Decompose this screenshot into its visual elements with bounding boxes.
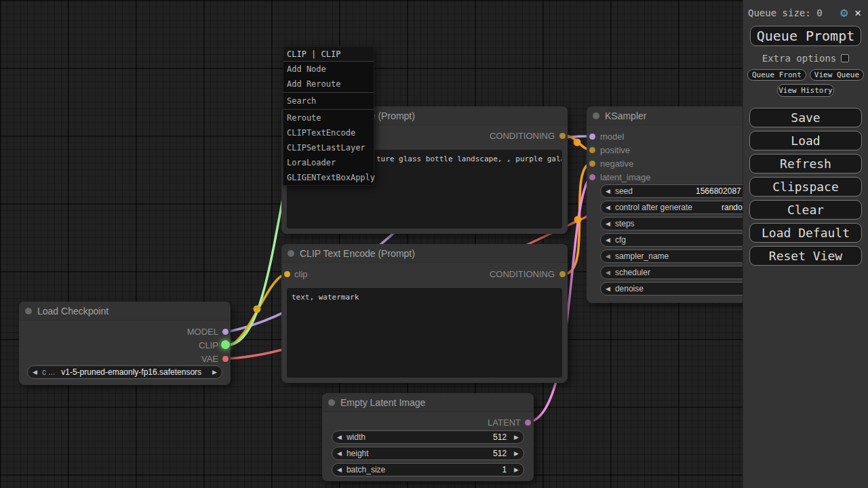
output-label-model: MODEL <box>187 327 218 337</box>
widget-label: scheduler <box>615 268 650 277</box>
widget-value: v1-5-pruned-emaonly-fp16.safetensors <box>55 367 208 377</box>
menu-separator <box>283 92 374 93</box>
extra-options-label: Extra options <box>762 53 837 64</box>
widget-label: height <box>347 449 369 458</box>
input-label-model: model <box>600 131 624 142</box>
arrow-left-icon[interactable]: ◀ <box>601 282 615 296</box>
menu-item-clipsetlastlayer[interactable]: CLIPSetLastLayer <box>283 140 374 155</box>
arrow-right-icon[interactable]: ▶ <box>509 430 524 444</box>
output-slot-conditioning[interactable] <box>559 133 566 139</box>
width-number-widget[interactable]: ◀ width 512 ▶ <box>332 430 524 444</box>
queue-menu-panel: Queue size: 0 ⚙ ✕ Queue Prompt Extra opt… <box>743 0 868 488</box>
ckpt-name-combo-widget[interactable]: ◀ c ... v1-5-pruned-emaonly-fp16.safeten… <box>27 365 222 379</box>
widget-label: steps <box>615 219 635 228</box>
widget-label: width <box>347 432 366 442</box>
load-button[interactable]: Load <box>749 131 862 150</box>
node-title-bar[interactable]: Empty Latent Image <box>322 393 534 412</box>
widget-value: 512 <box>493 449 509 458</box>
output-slot-latent[interactable] <box>525 420 531 426</box>
input-slot-model[interactable] <box>589 134 595 140</box>
node-title-label: KSampler <box>605 110 646 121</box>
height-number-widget[interactable]: ◀ height 512 ▶ <box>332 447 524 460</box>
node-title-bar[interactable]: CLIP Text Encode (Prompt) <box>281 244 568 263</box>
prompt-textarea[interactable]: text, watermark <box>287 288 562 378</box>
menu-separator <box>283 109 374 110</box>
menu-item-reroute[interactable]: Reroute <box>283 110 374 125</box>
widget-label: sampler_name <box>615 251 669 261</box>
arrow-right-icon[interactable]: ▶ <box>509 463 524 476</box>
node-collapse-dot-icon[interactable] <box>288 250 294 257</box>
node-collapse-dot-icon[interactable] <box>328 399 335 406</box>
node-title-label: CLIP Text Encode (Prompt) <box>300 248 415 259</box>
settings-gear-icon[interactable]: ⚙ <box>840 6 848 19</box>
wire-midpoint-dot[interactable] <box>574 216 582 224</box>
comfyui-app: Load Checkpoint MODEL CLIP VAE ◀ c ... v… <box>0 0 868 488</box>
close-icon[interactable]: ✕ <box>854 6 861 19</box>
input-label-latent-image: latent_image <box>600 172 650 182</box>
input-slot-negative[interactable] <box>589 161 595 167</box>
widget-value: 1 <box>502 465 509 474</box>
output-label-conditioning: CONDITIONING <box>490 269 555 279</box>
reset-view-button[interactable]: Reset View <box>749 246 862 266</box>
arrow-right-icon[interactable]: ▶ <box>208 365 222 379</box>
view-queue-button[interactable]: View Queue <box>810 69 864 81</box>
arrow-left-icon[interactable]: ◀ <box>28 365 42 379</box>
refresh-button[interactable]: Refresh <box>749 154 862 174</box>
node-collapse-dot-icon[interactable] <box>593 113 599 119</box>
arrow-left-icon[interactable]: ◀ <box>332 463 347 476</box>
widget-label: denoise <box>615 284 644 293</box>
output-label-latent: LATENT <box>488 418 521 428</box>
load-default-button[interactable]: Load Default <box>749 223 862 243</box>
arrow-left-icon[interactable]: ◀ <box>332 447 347 460</box>
node-title-label: Empty Latent Image <box>340 397 425 408</box>
extra-options-checkbox[interactable] <box>841 54 849 62</box>
arrow-left-icon[interactable]: ◀ <box>332 430 347 444</box>
menu-item-add-node[interactable]: Add Node <box>283 62 374 77</box>
queue-front-button[interactable]: Queue Front <box>747 69 806 81</box>
menu-item-loraloader[interactable]: LoraLoader <box>283 155 374 170</box>
input-slot-latent-image[interactable] <box>589 174 595 180</box>
arrow-left-icon[interactable]: ◀ <box>601 249 615 263</box>
output-slot-conditioning[interactable] <box>559 271 566 277</box>
queue-size-label: Queue size: 0 <box>748 7 823 18</box>
output-slot-model[interactable] <box>222 329 229 335</box>
node-clip-text-encode-negative[interactable]: CLIP Text Encode (Prompt) clip CONDITION… <box>281 244 568 383</box>
menu-item-gligentextboxapply[interactable]: GLIGENTextBoxApply <box>283 170 374 185</box>
node-load-checkpoint[interactable]: Load Checkpoint MODEL CLIP VAE ◀ c ... v… <box>19 302 231 385</box>
input-label-negative: negative <box>600 159 633 169</box>
arrow-right-icon[interactable]: ▶ <box>509 447 524 460</box>
queue-prompt-button[interactable]: Queue Prompt <box>750 26 861 46</box>
arrow-left-icon[interactable]: ◀ <box>601 184 615 198</box>
context-menu-title: CLIP | CLIP <box>283 47 374 62</box>
node-title-bar[interactable]: Load Checkpoint <box>19 302 231 321</box>
output-label-conditioning: CONDITIONING <box>490 131 555 141</box>
input-slot-clip[interactable] <box>284 271 290 277</box>
save-button[interactable]: Save <box>749 108 862 127</box>
node-collapse-dot-icon[interactable] <box>25 308 32 314</box>
output-slot-vae[interactable] <box>222 356 229 362</box>
widget-value: 512 <box>493 432 509 442</box>
arrow-left-icon[interactable]: ◀ <box>601 233 615 247</box>
batch-size-number-widget[interactable]: ◀ batch_size 1 ▶ <box>332 463 524 476</box>
node-empty-latent-image[interactable]: Empty Latent Image LATENT ◀ width 512 ▶ … <box>322 393 534 481</box>
output-slot-clip-highlighted[interactable] <box>221 340 230 349</box>
clipspace-button[interactable]: Clipspace <box>749 177 862 197</box>
input-label-clip: clip <box>294 269 308 279</box>
menu-item-add-reroute[interactable]: Add Reroute <box>283 77 374 92</box>
arrow-left-icon[interactable]: ◀ <box>601 201 615 214</box>
menu-item-cliptextencode[interactable]: CLIPTextEncode <box>283 125 374 140</box>
widget-value: 1566802087 <box>696 185 741 197</box>
view-history-button[interactable]: View History <box>777 84 834 97</box>
wire-midpoint-dot[interactable] <box>254 306 261 313</box>
arrow-left-icon[interactable]: ◀ <box>601 217 615 230</box>
input-slot-positive[interactable] <box>589 147 595 153</box>
menu-item-search[interactable]: Search <box>283 94 374 108</box>
widget-label: cfg <box>615 235 626 245</box>
clear-button[interactable]: Clear <box>749 200 862 220</box>
arrow-left-icon[interactable]: ◀ <box>601 266 615 279</box>
node-title-label: Load Checkpoint <box>37 306 108 317</box>
widget-label: c ... <box>42 367 55 377</box>
wire-dragging-link <box>228 188 285 345</box>
wire-midpoint-dot[interactable] <box>574 139 581 146</box>
output-label-vae: VAE <box>201 354 218 364</box>
